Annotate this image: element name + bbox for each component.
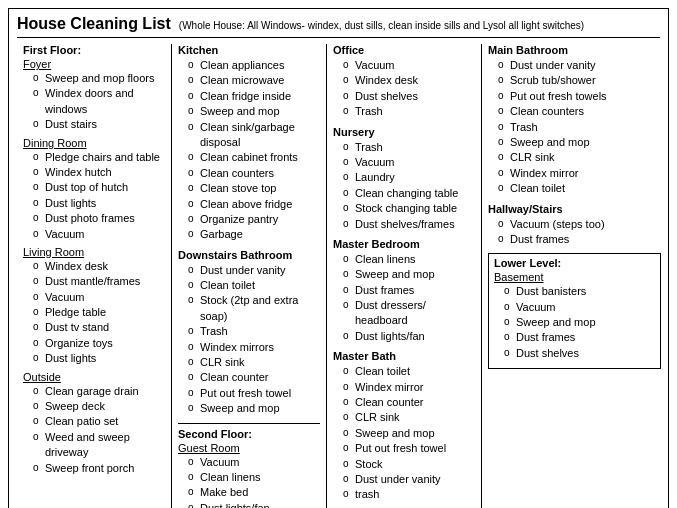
list-item: Dust banisters (504, 284, 655, 299)
list-item: Dust photo frames (33, 211, 165, 226)
list-item: Windex mirror (498, 166, 661, 181)
guest-room-list: Vacuum Clean linens Make bed Dust lights… (178, 455, 320, 508)
list-item: Clean counter (343, 395, 475, 410)
list-item: Sweep and mop (188, 401, 320, 416)
list-item: Trash (343, 140, 475, 155)
list-item: Sweep front porch (33, 461, 165, 476)
list-item: Windex desk (343, 73, 475, 88)
foyer-list: Sweep and mop floors Windex doors and wi… (23, 71, 165, 133)
list-item: Clean counter (188, 370, 320, 385)
list-item: Dust lights/fan (188, 501, 320, 508)
lower-level-title: Lower Level: (494, 257, 655, 269)
list-item: Vacuum (steps too) (498, 217, 661, 232)
list-item: Vacuum (343, 58, 475, 73)
list-item: Put out fresh towel (343, 441, 475, 456)
list-item: Windex desk (33, 259, 165, 274)
list-item: Vacuum (188, 455, 320, 470)
list-item: Sweep and mop (504, 315, 655, 330)
list-item: Sweep deck (33, 399, 165, 414)
list-item: Garbage (188, 227, 320, 242)
list-item: Dust tv stand (33, 320, 165, 335)
list-item: Clean toilet (343, 364, 475, 379)
list-item: Clean patio set (33, 414, 165, 429)
list-item: Pledge table (33, 305, 165, 320)
list-item: Windex mirrors (188, 340, 320, 355)
basement-subsection: Basement Dust banisters Vacuum Sweep and… (494, 271, 655, 361)
downstairs-bathroom-list: Dust under vanity Clean toilet Stock (2t… (178, 263, 320, 417)
list-item: Vacuum (504, 300, 655, 315)
list-item: Windex hutch (33, 165, 165, 180)
list-item: Dust lights/fan (343, 329, 475, 344)
main-bathroom-section: Main Bathroom Dust under vanity Scrub tu… (488, 44, 661, 197)
list-item: Dust frames (504, 330, 655, 345)
list-item: Clean toilet (188, 278, 320, 293)
dining-room-list: Pledge chairs and table Windex hutch Dus… (23, 150, 165, 242)
list-item: Stock (2tp and extra soap) (188, 293, 320, 324)
header-subtitle: (Whole House: All Windows- windex, dust … (179, 20, 584, 31)
column-2: Kitchen Clean appliances Clean microwave… (172, 44, 327, 508)
main-bathroom-title: Main Bathroom (488, 44, 661, 56)
list-item: Clean cabinet fronts (188, 150, 320, 165)
list-item: Dust shelves (343, 89, 475, 104)
dining-room-subsection: Dining Room Pledge chairs and table Wind… (23, 137, 165, 242)
outside-list: Clean garage drain Sweep deck Clean pati… (23, 384, 165, 476)
list-item: Clean stove top (188, 181, 320, 196)
header: House Cleaning List (Whole House: All Wi… (17, 15, 660, 38)
list-item: trash (343, 487, 475, 502)
first-floor-section: First Floor: Foyer Sweep and mop floors … (23, 44, 165, 476)
column-4: Main Bathroom Dust under vanity Scrub tu… (482, 44, 667, 508)
outside-title: Outside (23, 371, 165, 383)
list-item: Sweep and mop (498, 135, 661, 150)
list-item: Stock (343, 457, 475, 472)
list-item: Clean counters (188, 166, 320, 181)
list-item: Dust under vanity (343, 472, 475, 487)
content-columns: First Floor: Foyer Sweep and mop floors … (17, 44, 660, 508)
list-item: Clean above fridge (188, 197, 320, 212)
page: House Cleaning List (Whole House: All Wi… (8, 8, 669, 508)
column-3: Office Vacuum Windex desk Dust shelves T… (327, 44, 482, 508)
list-item: Weed and sweep driveway (33, 430, 165, 461)
list-item: Sweep and mop (188, 104, 320, 119)
hallway-stairs-list: Vacuum (steps too) Dust frames (488, 217, 661, 248)
living-room-list: Windex desk Dust mantle/frames Vacuum Pl… (23, 259, 165, 367)
list-item: Clean changing table (343, 186, 475, 201)
list-item: Dust frames (498, 232, 661, 247)
second-floor-title: Second Floor: (178, 428, 320, 440)
nursery-list: Trash Vacuum Laundry Clean changing tabl… (333, 140, 475, 232)
kitchen-list: Clean appliances Clean microwave Clean f… (178, 58, 320, 243)
dining-room-title: Dining Room (23, 137, 165, 149)
list-item: Clean sink/garbage disposal (188, 120, 320, 151)
basement-list: Dust banisters Vacuum Sweep and mop Dust… (494, 284, 655, 361)
list-item: CLR sink (498, 150, 661, 165)
list-item: Put out fresh towel (188, 386, 320, 401)
list-item: Trash (188, 324, 320, 339)
list-item: Dust under vanity (498, 58, 661, 73)
outside-subsection: Outside Clean garage drain Sweep deck Cl… (23, 371, 165, 476)
divider (178, 423, 320, 424)
hallway-stairs-section: Hallway/Stairs Vacuum (steps too) Dust f… (488, 203, 661, 248)
second-floor-section: Second Floor: Guest Room Vacuum Clean li… (178, 428, 320, 508)
list-item: Dust lights (33, 351, 165, 366)
list-item: Windex mirror (343, 380, 475, 395)
page-title: House Cleaning List (17, 15, 171, 33)
list-item: Sweep and mop (343, 267, 475, 282)
master-bedroom-title: Master Bedroom (333, 238, 475, 250)
basement-title: Basement (494, 271, 655, 283)
list-item: Scrub tub/shower (498, 73, 661, 88)
office-list: Vacuum Windex desk Dust shelves Trash (333, 58, 475, 120)
column-1: First Floor: Foyer Sweep and mop floors … (17, 44, 172, 508)
downstairs-bathroom-title: Downstairs Bathroom (178, 249, 320, 261)
kitchen-section: Kitchen Clean appliances Clean microwave… (178, 44, 320, 243)
list-item: Vacuum (33, 290, 165, 305)
list-item: Clean garage drain (33, 384, 165, 399)
foyer-subsection: Foyer Sweep and mop floors Windex doors … (23, 58, 165, 133)
list-item: Stock changing table (343, 201, 475, 216)
list-item: Dust top of hutch (33, 180, 165, 195)
living-room-subsection: Living Room Windex desk Dust mantle/fram… (23, 246, 165, 367)
list-item: Vacuum (343, 155, 475, 170)
list-item: CLR sink (188, 355, 320, 370)
lower-level-box: Lower Level: Basement Dust banisters Vac… (488, 253, 661, 369)
list-item: Organize pantry (188, 212, 320, 227)
office-title: Office (333, 44, 475, 56)
master-bath-list: Clean toilet Windex mirror Clean counter… (333, 364, 475, 503)
